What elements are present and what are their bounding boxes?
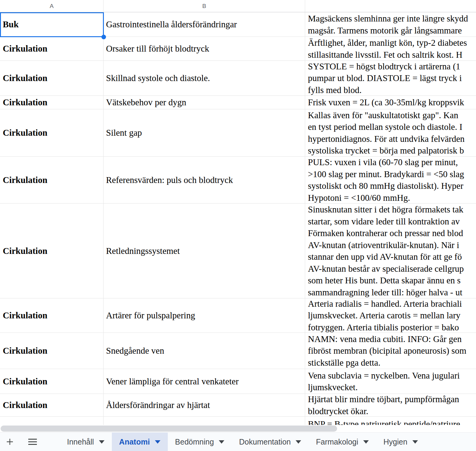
chevron-down-icon: [296, 440, 301, 444]
cell-c11[interactable]: Hjärtat blir mindre töjbart, pumpförmåga…: [305, 394, 476, 416]
all-sheets-menu-button[interactable]: [26, 433, 39, 451]
chevron-down-icon: [155, 440, 160, 444]
cell-a5[interactable]: Cirkulation: [0, 109, 104, 156]
chevron-down-icon: [412, 440, 418, 444]
add-sheet-button[interactable]: [3, 433, 17, 451]
table-row: Cirkulation Retledningssystemet Sinusknu…: [0, 204, 476, 298]
cell-grid: Buk Gastrointestinella åldersförändringa…: [0, 12, 476, 425]
cell-b7[interactable]: Retledningssystemet: [104, 204, 305, 298]
table-row: Cirkulation Artärer för pulspalpering Ar…: [0, 298, 476, 333]
cell-c6[interactable]: PULS: vuxen i vila (60-70 slag per minut…: [305, 157, 476, 203]
sheet-tab-hygien[interactable]: Hygien: [376, 433, 425, 451]
table-row: Cirkulation Silent gap Kallas även för "…: [0, 109, 476, 157]
cell-a12[interactable]: [0, 417, 104, 425]
sheet-tabs: Innehåll Anatomi Bedömning Dokumentation…: [60, 433, 425, 451]
cell-c1[interactable]: Magsäckens slemhinna ger inte längre sky…: [305, 12, 476, 37]
cell-b9[interactable]: Snedgående ven: [104, 333, 305, 369]
chevron-down-icon: [363, 440, 369, 444]
horizontal-scrollbar-thumb[interactable]: [1, 426, 337, 432]
cell-a2[interactable]: Cirkulation: [0, 37, 104, 60]
cell-a6[interactable]: Cirkulation: [0, 157, 104, 203]
chevron-down-icon: [219, 440, 224, 444]
cell-c8[interactable]: Arteria radialis = handled. Arteria brac…: [305, 298, 476, 332]
cell-a4[interactable]: Cirkulation: [0, 96, 104, 109]
table-row: Cirkulation Snedgående ven NAMN: vena me…: [0, 333, 476, 369]
sheet-tab-innehall[interactable]: Innehåll: [60, 433, 112, 451]
plus-icon: [6, 437, 14, 446]
cell-c12[interactable]: BNP = B-type natriuretisk peptide/natriu…: [305, 417, 476, 425]
cell-b8[interactable]: Artärer för pulspalpering: [104, 298, 305, 332]
cell-c5[interactable]: Kallas även för "auskultatotiskt gap". K…: [305, 109, 476, 156]
table-row: BNP = B-type natriuretisk peptide/natriu…: [0, 417, 476, 425]
cell-b12[interactable]: [104, 417, 305, 425]
table-row: Cirkulation Vener lämpliga för central v…: [0, 369, 476, 394]
column-header-a-label: A: [50, 3, 54, 10]
hamburger-menu-icon: [28, 438, 37, 445]
sheet-tab-bedomning[interactable]: Bedömning: [168, 433, 232, 451]
column-header-a[interactable]: A: [0, 0, 104, 12]
cell-a3[interactable]: Cirkulation: [0, 61, 104, 95]
cell-a1[interactable]: Buk: [0, 12, 104, 37]
cell-b5[interactable]: Silent gap: [104, 109, 305, 156]
cell-b2[interactable]: Orsaker till förhöjt blodtryck: [104, 37, 305, 60]
table-row: Cirkulation Referensvärden: puls och blo…: [0, 157, 476, 204]
cell-a9[interactable]: Cirkulation: [0, 333, 104, 369]
cell-c10[interactable]: Vena subclavia = nyckelben. Vena jugular…: [305, 369, 476, 394]
column-header-b[interactable]: B: [104, 0, 305, 12]
fill-handle[interactable]: [101, 35, 106, 39]
column-header-c[interactable]: [305, 0, 476, 12]
chevron-down-icon: [99, 440, 104, 444]
table-row: Cirkulation Åldersförändringar av hjärta…: [0, 394, 476, 417]
cell-b4[interactable]: Vätskebehov per dygn: [104, 96, 305, 109]
cell-a10[interactable]: Cirkulation: [0, 369, 104, 394]
cell-b10[interactable]: Vener lämpliga för central venkateter: [104, 369, 305, 394]
cell-b6[interactable]: Referensvärden: puls och blodtryck: [104, 157, 305, 203]
cell-c9[interactable]: NAMN: vena media cubiti. INFO: Går gen f…: [305, 333, 476, 369]
sheet-tab-bar: Innehåll Anatomi Bedömning Dokumentation…: [0, 432, 476, 451]
cell-b1[interactable]: Gastrointestinella åldersförändringar: [104, 12, 305, 37]
cell-c2[interactable]: Ärftlighet, ålder, manligt kön, typ-2 di…: [305, 37, 476, 60]
cell-b11[interactable]: Åldersförändringar av hjärtat: [104, 394, 305, 416]
column-header-b-label: B: [202, 3, 206, 10]
cell-c4[interactable]: Frisk vuxen = 2L (ca 30-35ml/kg kroppsvi…: [305, 96, 476, 109]
cell-a11[interactable]: Cirkulation: [0, 394, 104, 416]
sheet-tab-anatomi[interactable]: Anatomi: [112, 433, 168, 451]
spreadsheet-app: A B Buk Gastrointestinella åldersförändr…: [0, 0, 476, 451]
table-row: Cirkulation Skillnad systole och diastol…: [0, 61, 476, 96]
cell-a8[interactable]: Cirkulation: [0, 298, 104, 332]
column-header-row: A B: [0, 0, 476, 12]
table-row: Cirkulation Orsaker till förhöjt blodtry…: [0, 37, 476, 61]
table-row: Cirkulation Vätskebehov per dygn Frisk v…: [0, 96, 476, 109]
sheet-tab-farmakologi[interactable]: Farmakologi: [309, 433, 376, 451]
sheet-tab-dokumentation[interactable]: Dokumentation: [232, 433, 309, 451]
cell-c3[interactable]: SYSTOLE = högst blodtryck i artärerna (1…: [305, 61, 476, 95]
table-row: Buk Gastrointestinella åldersförändringa…: [0, 12, 476, 37]
cell-c7[interactable]: Sinusknutan sitter i det högra förmakets…: [305, 204, 476, 298]
cell-b3[interactable]: Skillnad systole och diastole.: [104, 61, 305, 95]
cell-a7[interactable]: Cirkulation: [0, 204, 104, 298]
